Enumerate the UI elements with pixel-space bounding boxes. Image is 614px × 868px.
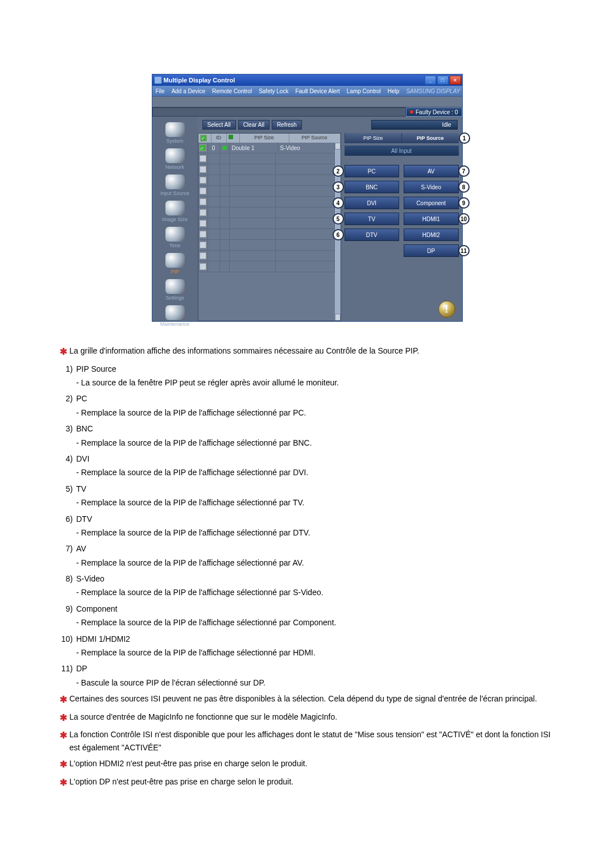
select-all-button[interactable]: Select All bbox=[202, 120, 236, 130]
item-title: S-Video bbox=[76, 572, 557, 585]
grid-row-empty bbox=[198, 207, 335, 218]
menu-help[interactable]: Help bbox=[388, 88, 400, 94]
item-title: PC bbox=[76, 392, 557, 405]
warning-icon: ! bbox=[438, 301, 455, 318]
maintenance-icon bbox=[165, 305, 185, 320]
sidebar-item-maintenance[interactable]: Maintenance bbox=[155, 304, 195, 329]
scroll-up-button[interactable] bbox=[335, 143, 341, 149]
main-panel: Select All Clear All Refresh Idle ID bbox=[198, 117, 462, 321]
source-dp-button[interactable]: DP 11 bbox=[404, 244, 459, 257]
refresh-button[interactable]: Refresh bbox=[272, 120, 302, 130]
menu-safety-lock[interactable]: Safety Lock bbox=[259, 88, 288, 94]
item-title: HDMI 1/HDMI2 bbox=[76, 633, 557, 645]
star-icon: ✱ bbox=[57, 728, 69, 754]
status-row: Faulty Device : 0 bbox=[152, 107, 462, 117]
tab-pip-size[interactable]: PIP Size bbox=[345, 133, 402, 143]
callout-10: 10 bbox=[458, 213, 470, 225]
sidebar-item-settings[interactable]: Settings bbox=[155, 278, 195, 303]
source-pc-button[interactable]: PC 2 bbox=[345, 165, 400, 177]
item-num: 6) bbox=[57, 513, 76, 525]
sidebar-label-pip: PIP bbox=[171, 269, 179, 275]
row-checkbox[interactable] bbox=[200, 252, 206, 259]
row-pip-source: S-Video bbox=[278, 143, 335, 153]
item-num: 4) bbox=[57, 452, 76, 465]
source-bnc-label: BNC bbox=[366, 184, 377, 190]
callout-3: 3 bbox=[333, 181, 344, 193]
note-text: Certaines des sources ISI peuvent ne pas… bbox=[69, 692, 557, 707]
callout-11: 11 bbox=[458, 245, 470, 256]
window-title: Multiple Display Control bbox=[164, 77, 425, 84]
sidebar-item-image-size[interactable]: Image Size bbox=[155, 200, 195, 225]
source-tv-button[interactable]: TV 5 bbox=[345, 213, 400, 225]
source-component-button[interactable]: Component 9 bbox=[404, 197, 459, 209]
status-header-icon bbox=[229, 135, 233, 139]
menu-remote-control[interactable]: Remote Control bbox=[212, 88, 252, 94]
row-checkbox[interactable] bbox=[200, 144, 206, 151]
item-num: 1) bbox=[57, 363, 76, 375]
sidebar-item-system[interactable]: System bbox=[155, 121, 195, 146]
sidebar-label-settings: Settings bbox=[165, 295, 184, 301]
faulty-dot-icon bbox=[410, 110, 413, 114]
check-all-checkbox[interactable] bbox=[200, 135, 207, 142]
minimize-button[interactable]: _ bbox=[425, 76, 436, 85]
grid-header-status bbox=[227, 134, 240, 143]
grid-header-size: PIP Size bbox=[240, 134, 289, 143]
sidebar-label-image-size: Image Size bbox=[162, 217, 188, 222]
source-bnc-button[interactable]: BNC 3 bbox=[345, 181, 400, 193]
row-checkbox[interactable] bbox=[200, 177, 206, 184]
tab-pip-source-label: PIP Source bbox=[417, 135, 443, 141]
row-checkbox[interactable] bbox=[200, 166, 206, 173]
source-hdmi2-button[interactable]: HDMI2 bbox=[404, 229, 459, 241]
row-checkbox[interactable] bbox=[200, 198, 206, 205]
row-checkbox[interactable] bbox=[200, 220, 206, 227]
sidebar-item-input-source[interactable]: Input Source bbox=[155, 173, 195, 198]
row-id: 0 bbox=[208, 143, 220, 153]
item-title: BNC bbox=[76, 422, 557, 435]
source-dtv-button[interactable]: DTV 6 bbox=[345, 229, 400, 241]
menu-add-device[interactable]: Add a Device bbox=[172, 88, 205, 94]
row-checkbox[interactable] bbox=[200, 155, 206, 162]
grid-header-check[interactable] bbox=[198, 134, 211, 143]
row-checkbox[interactable] bbox=[200, 242, 206, 248]
row-checkbox[interactable] bbox=[200, 231, 206, 238]
source-av-button[interactable]: AV 7 bbox=[404, 165, 459, 177]
row-checkbox[interactable] bbox=[200, 209, 206, 216]
callout-9: 9 bbox=[458, 197, 470, 209]
grid-row-0[interactable]: 0 Double 1 S-Video bbox=[198, 143, 335, 153]
tab-pip-source[interactable]: PIP Source 1 bbox=[401, 133, 459, 143]
source-svideo-button[interactable]: S-Video 8 bbox=[404, 181, 459, 193]
grid-row-empty bbox=[198, 251, 335, 261]
grid-row-empty bbox=[198, 240, 335, 251]
item-title: AV bbox=[76, 542, 557, 555]
maximize-button[interactable]: □ bbox=[437, 76, 449, 85]
star-icon: ✱ bbox=[57, 692, 69, 707]
item-num: 5) bbox=[57, 483, 76, 495]
menu-fault-alert[interactable]: Fault Device Alert bbox=[295, 88, 339, 94]
source-hdmi1-button[interactable]: HDMI1 10 bbox=[404, 213, 459, 225]
item-title: PIP Source bbox=[76, 363, 557, 375]
sidebar-label-input-source: Input Source bbox=[160, 190, 189, 196]
sidebar-label-maintenance: Maintenance bbox=[160, 321, 190, 327]
menu-file[interactable]: File bbox=[156, 88, 165, 94]
sidebar-item-time[interactable]: Time bbox=[155, 226, 195, 251]
sidebar-item-pip[interactable]: PIP bbox=[155, 252, 195, 277]
source-tv-label: TV bbox=[368, 216, 375, 222]
system-icon bbox=[165, 122, 185, 137]
grid-row-empty bbox=[198, 175, 335, 186]
mdc-window: Multiple Display Control _ □ × File Add … bbox=[152, 74, 463, 322]
item-title: TV bbox=[76, 483, 557, 495]
source-dvi-button[interactable]: DVI 4 bbox=[345, 197, 400, 209]
note-text: L'option HDMI2 n'est peut-être pas prise… bbox=[69, 757, 557, 772]
row-checkbox[interactable] bbox=[200, 188, 206, 194]
sidebar-item-network[interactable]: Network bbox=[155, 147, 195, 172]
grid-row-empty bbox=[198, 218, 335, 229]
close-button[interactable]: × bbox=[450, 76, 461, 85]
item-title: DP bbox=[76, 662, 557, 675]
image-size-icon bbox=[165, 201, 185, 215]
clear-all-button[interactable]: Clear All bbox=[238, 120, 269, 130]
menu-lamp-control[interactable]: Lamp Control bbox=[347, 88, 381, 94]
row-checkbox[interactable] bbox=[200, 263, 206, 270]
scroll-down-button[interactable] bbox=[335, 314, 341, 321]
sidebar: System Network Input Source Image Size T… bbox=[152, 117, 198, 321]
all-input-label: All Input bbox=[345, 146, 459, 156]
